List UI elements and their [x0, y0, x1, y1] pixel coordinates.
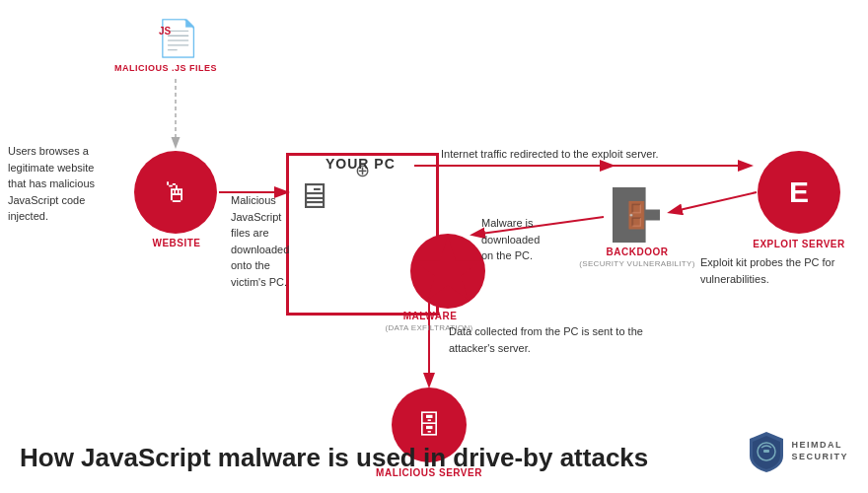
- infographic: ⊕ YOUR PC 🖥 MALWARE (DATA EXFILTRATION) …: [0, 0, 868, 493]
- exploit-node: E: [758, 151, 840, 234]
- svg-rect-8: [763, 450, 769, 453]
- malicious-js-files-label: MALICIOUS .JS FILES: [102, 63, 230, 73]
- exploit-label: EXPLOIT SERVER: [745, 239, 853, 249]
- backdoor-label: BACKDOOR: [593, 246, 682, 257]
- heimdal-name: HEIMDAL: [791, 440, 848, 452]
- website-label: WEBSITE: [147, 238, 206, 248]
- malicious-js-download-desc: Malicious JavaScript files are downloade…: [231, 192, 310, 290]
- main-heading: How JavaScript malware is used in drive-…: [20, 443, 648, 473]
- malware-label: MALWARE: [393, 311, 468, 321]
- user-browse-desc: Users browses a legitimate website that …: [8, 143, 136, 225]
- internet-traffic-desc: Internet traffic redirected to the explo…: [441, 146, 697, 163]
- js-file-icon: 📄 JS: [153, 18, 202, 59]
- heimdal-sub: SECURITY: [791, 452, 848, 463]
- website-node: 🖱: [134, 151, 217, 234]
- backdoor-sublabel: (SECURITY VULNERABILITY): [574, 259, 700, 268]
- heimdal-text: HEIMDAL SECURITY: [791, 440, 848, 462]
- malware-node: [410, 234, 485, 309]
- heading-text: How JavaScript malware is used in drive-…: [20, 443, 648, 473]
- malware-downloaded-desc: Malware is downloaded on the PC.: [481, 215, 590, 264]
- backdoor-door-icon: 🚪: [613, 187, 660, 243]
- heimdal-logo: HEIMDAL SECURITY: [748, 430, 848, 473]
- your-pc-label: YOUR PC: [326, 156, 396, 172]
- data-collected-desc: Data collected from the PC is sent to th…: [449, 323, 646, 356]
- heimdal-shield-icon: [748, 430, 785, 473]
- exploit-kit-desc: Exploit kit probes the PC for vulnerabil…: [700, 254, 858, 287]
- svg-line-4: [671, 192, 757, 212]
